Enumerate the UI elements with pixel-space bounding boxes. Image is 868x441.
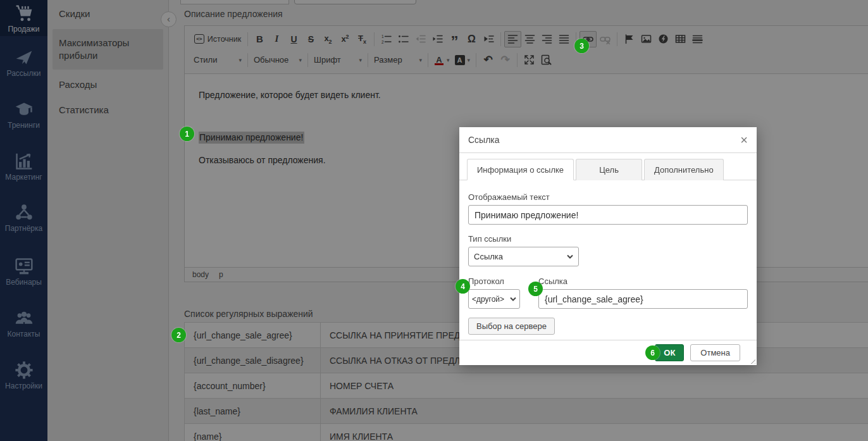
dialog-tabs: Информация о ссылке Цель Дополнительно [459, 153, 757, 180]
link-dialog: Ссылка × Информация о ссылке Цель Дополн… [459, 127, 757, 365]
annotation-badge-2: 2 [171, 328, 186, 342]
close-icon[interactable]: × [740, 134, 748, 146]
dialog-header: Ссылка × [459, 127, 757, 153]
display-text-input[interactable] [468, 205, 748, 225]
annotation-badge-6: 6 [645, 345, 660, 360]
annotation-badge-3: 3 [574, 39, 589, 53]
annotation-badge-5: 5 [528, 282, 543, 296]
dialog-title: Ссылка [468, 135, 500, 145]
protocol-url-row: Протокол <другой> Ссылка [468, 276, 748, 309]
tab-target[interactable]: Цель [576, 159, 642, 180]
link-type-select[interactable]: Ссылка [468, 247, 579, 266]
url-column: Ссылка [538, 276, 748, 309]
annotation-badge-1: 1 [180, 127, 194, 141]
chevron-down-icon [567, 254, 573, 259]
tab-link-info[interactable]: Информация о ссылке [467, 159, 574, 180]
cancel-button[interactable]: Отмена [690, 344, 740, 361]
display-text-label: Отображаемый текст [468, 192, 748, 202]
url-label: Ссылка [538, 276, 748, 286]
protocol-label: Протокол [468, 276, 520, 286]
chevron-down-icon [510, 297, 516, 301]
dialog-footer: ОК Отмена [459, 340, 757, 365]
protocol-column: Протокол <другой> [468, 276, 520, 309]
annotation-badge-4: 4 [456, 279, 470, 294]
url-input[interactable] [538, 289, 748, 309]
link-type-label: Тип ссылки [468, 234, 748, 244]
protocol-select[interactable]: <другой> [468, 289, 520, 309]
tab-advanced[interactable]: Дополнительно [644, 159, 724, 180]
dialog-body: Отображаемый текст Тип ссылки Ссылка Про… [459, 180, 757, 335]
browse-server-button[interactable]: Выбор на сервере [468, 318, 555, 335]
